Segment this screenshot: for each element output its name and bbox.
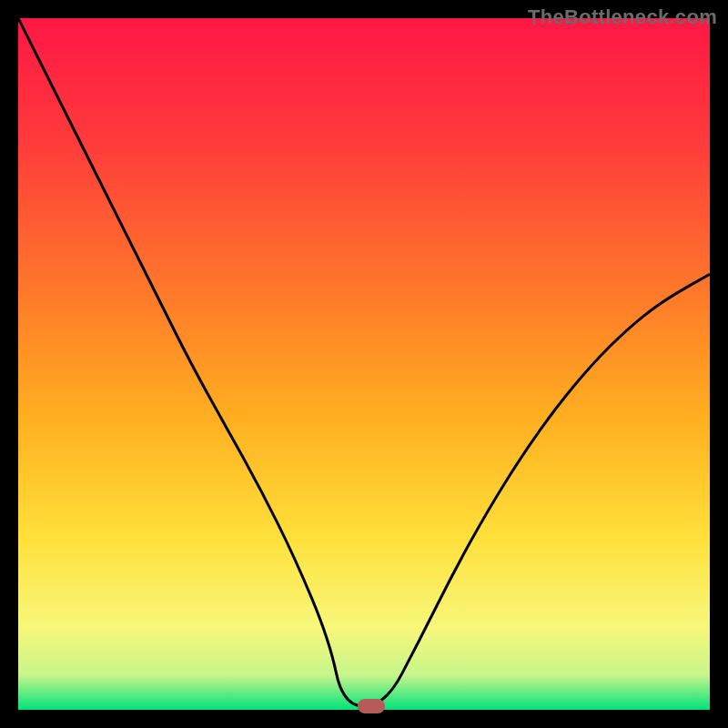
chart-svg — [18, 18, 710, 710]
watermark-text: TheBottleneck.com — [528, 5, 717, 29]
plot-area — [18, 18, 710, 710]
gradient-background — [18, 18, 710, 710]
optimum-marker — [358, 699, 385, 713]
chart-frame: TheBottleneck.com — [0, 0, 728, 728]
